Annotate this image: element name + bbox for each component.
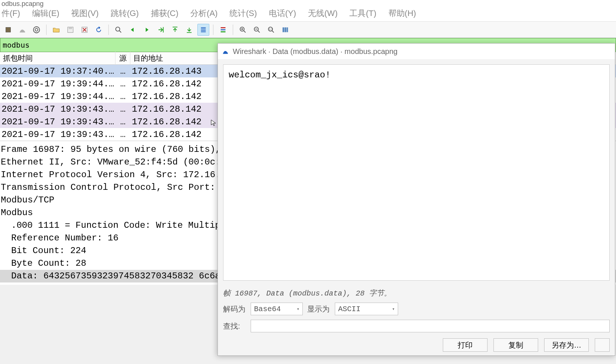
menu-capture[interactable]: 捕获(C) [151, 8, 179, 19]
copy-button[interactable]: 复制 [493, 338, 538, 352]
menu-file[interactable]: 件(F) [1, 8, 20, 19]
svg-point-2 [35, 28, 38, 31]
menu-bar: 件(F) 编辑(E) 视图(V) 跳转(G) 捕获(C) 分析(A) 统计(S)… [0, 5, 616, 22]
window-title: odbus.pcapng [0, 0, 616, 5]
zoom-out-icon[interactable] [251, 24, 263, 36]
go-first-icon[interactable] [169, 24, 181, 36]
chevron-down-icon: ▾ [392, 306, 395, 312]
data-bytes-dialog: Wireshark · Data (modbus.data) · modbus.… [217, 43, 615, 356]
cell-time: 2021-09-17 19:39:43.… [0, 103, 115, 115]
cell-time: 2021-09-17 19:39:44.… [0, 78, 115, 90]
autoscroll-icon[interactable] [197, 24, 209, 36]
dialog-status-text: 帧 16987, Data (modbus.data), 28 字节。 [218, 286, 615, 300]
colorize-icon[interactable] [217, 24, 229, 36]
menu-go[interactable]: 跳转(G) [111, 8, 139, 19]
decode-as-select[interactable]: Base64▾ [251, 303, 303, 315]
find-icon[interactable] [112, 24, 124, 36]
svg-rect-0 [6, 27, 11, 32]
open-folder-icon[interactable] [50, 24, 62, 36]
decoded-data-textarea[interactable]: welcom_jx_ics@srao! [223, 64, 610, 281]
cell-src: … [115, 78, 130, 90]
save-as-button[interactable]: 另存为… [544, 338, 589, 352]
column-time[interactable]: 抓包时间 [0, 52, 115, 65]
zoom-reset-icon[interactable]: 1:1 [265, 24, 277, 36]
svg-point-6 [116, 27, 120, 31]
shark-fin-icon[interactable] [16, 24, 28, 36]
menu-tools[interactable]: 工具(T) [349, 8, 376, 19]
cell-src: … [115, 66, 130, 77]
cell-time: 2021-09-17 19:37:40.… [0, 66, 115, 77]
svg-rect-11 [283, 27, 285, 32]
menu-analyze[interactable]: 分析(A) [190, 8, 217, 19]
close-icon[interactable] [79, 24, 91, 36]
go-to-packet-icon[interactable] [155, 24, 167, 36]
menu-view[interactable]: 视图(V) [71, 8, 98, 19]
svg-rect-12 [285, 27, 286, 32]
options-icon[interactable] [31, 24, 42, 36]
decode-as-label: 解码为 [223, 304, 246, 314]
resize-columns-icon[interactable] [279, 24, 291, 36]
wireshark-logo-icon [222, 48, 229, 55]
stop-capture-icon[interactable] [2, 24, 14, 36]
zoom-in-icon[interactable] [237, 24, 249, 36]
menu-stats[interactable]: 统计(S) [229, 8, 257, 19]
save-icon[interactable] [64, 24, 76, 36]
svg-rect-13 [287, 27, 288, 32]
find-input[interactable] [251, 320, 610, 332]
go-back-icon[interactable] [127, 24, 139, 36]
svg-rect-4 [69, 27, 72, 29]
cell-src: … [115, 129, 130, 140]
print-button[interactable]: 打印 [443, 338, 488, 352]
reload-icon[interactable] [93, 24, 105, 36]
column-source[interactable]: 源 [115, 52, 130, 65]
display-as-label: 显示为 [307, 304, 330, 314]
cell-src: … [115, 91, 130, 102]
cell-time: 2021-09-17 19:39:43.… [0, 129, 115, 140]
cell-src: … [115, 103, 130, 115]
display-as-select[interactable]: ASCII▾ [335, 303, 398, 315]
cell-time: 2021-09-17 19:39:43.… [0, 116, 115, 128]
svg-point-1 [34, 26, 40, 33]
toolbar: 1:1 [0, 22, 616, 38]
menu-help[interactable]: 帮助(H) [388, 8, 416, 19]
more-button[interactable] [595, 338, 610, 352]
menu-edit[interactable]: 编辑(E) [32, 8, 59, 19]
menu-wireless[interactable]: 无线(W) [308, 8, 337, 19]
cell-time: 2021-09-17 19:39:44.… [0, 91, 115, 102]
menu-telephony[interactable]: 电话(Y) [269, 8, 296, 19]
find-label: 查找: [223, 321, 246, 331]
chevron-down-icon: ▾ [297, 306, 299, 312]
dialog-titlebar: Wireshark · Data (modbus.data) · modbus.… [218, 44, 615, 59]
go-last-icon[interactable] [183, 24, 195, 36]
dialog-title-text: Wireshark · Data (modbus.data) · modbus.… [233, 47, 397, 56]
go-forward-icon[interactable] [141, 24, 153, 36]
cell-src: … [115, 116, 130, 128]
svg-text:1:1: 1:1 [269, 27, 273, 31]
